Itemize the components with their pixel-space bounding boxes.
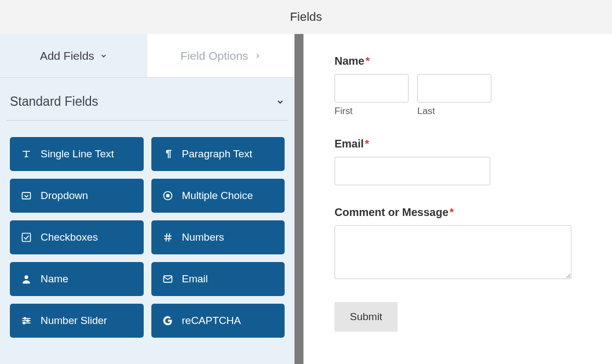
tab-add-fields[interactable]: Add Fields: [0, 34, 148, 77]
user-icon: [21, 274, 32, 285]
page-header: Fields: [0, 0, 612, 34]
svg-line-7: [168, 234, 169, 242]
name-inputs: First Last: [335, 74, 581, 117]
chevron-down-icon: [100, 52, 107, 60]
google-icon: [162, 315, 173, 326]
submit-button[interactable]: Submit: [335, 302, 398, 332]
svg-point-15: [23, 322, 25, 324]
first-name-column: First: [335, 74, 409, 117]
field-label: Number Slider: [41, 315, 107, 327]
email-label: Email*: [335, 138, 581, 150]
sliders-icon: [21, 315, 32, 326]
field-dropdown[interactable]: Dropdown: [10, 179, 144, 213]
first-sublabel: First: [335, 106, 409, 117]
label-text: Comment or Message: [335, 206, 449, 218]
main-container: Add Fields Field Options Standard Fields…: [0, 34, 612, 364]
first-name-input[interactable]: [335, 74, 409, 103]
svg-rect-0: [22, 192, 31, 199]
tab-label: Field Options: [180, 49, 248, 62]
field-recaptcha[interactable]: reCAPTCHA: [151, 304, 285, 338]
field-grid: Single Line Text Paragraph Text Dropdown…: [7, 137, 288, 338]
envelope-icon: [162, 274, 173, 285]
field-multiple-choice[interactable]: Multiple Choice: [151, 179, 285, 213]
field-label: Multiple Choice: [182, 190, 253, 202]
field-label: Email: [182, 273, 208, 285]
page-title: Fields: [290, 10, 322, 24]
section-title: Standard Fields: [10, 94, 98, 109]
svg-line-6: [166, 234, 167, 242]
section-header[interactable]: Standard Fields: [7, 94, 288, 121]
message-label: Comment or Message*: [335, 206, 581, 219]
last-name-column: Last: [417, 74, 491, 117]
svg-point-11: [24, 317, 26, 319]
svg-point-8: [25, 275, 29, 279]
label-text: Name: [335, 55, 364, 67]
form-preview: Name* First Last Email*: [303, 34, 612, 364]
chevron-right-icon: [254, 52, 262, 60]
tabs-bar: Add Fields Field Options: [0, 34, 294, 78]
paragraph-icon: [162, 149, 173, 160]
email-input[interactable]: [335, 157, 490, 185]
submit-label: Submit: [350, 311, 382, 322]
required-mark: *: [365, 138, 369, 150]
dropdown-icon: [21, 190, 32, 201]
name-label: Name*: [335, 55, 581, 67]
field-number-slider[interactable]: Number Slider: [10, 304, 144, 338]
standard-fields-section: Standard Fields Single Line Text Paragra…: [0, 78, 294, 338]
svg-point-13: [27, 320, 29, 321]
text-icon: [21, 149, 32, 160]
form-field-message[interactable]: Comment or Message*: [335, 206, 581, 281]
required-mark: *: [450, 206, 454, 218]
form-field-name[interactable]: Name* First Last: [335, 55, 581, 117]
field-label: Dropdown: [41, 190, 88, 202]
hash-icon: [162, 232, 173, 243]
field-label: reCAPTCHA: [182, 315, 241, 327]
message-textarea[interactable]: [335, 225, 571, 279]
field-email[interactable]: Email: [151, 262, 285, 296]
field-label: Checkboxes: [41, 231, 98, 243]
form-field-email[interactable]: Email*: [335, 138, 581, 185]
field-numbers[interactable]: Numbers: [151, 220, 285, 254]
tab-field-options[interactable]: Field Options: [148, 34, 295, 77]
field-label: Name: [41, 273, 69, 285]
preview-wrap: Name* First Last Email*: [294, 34, 612, 364]
chevron-down-icon: [276, 98, 285, 106]
left-panel: Add Fields Field Options Standard Fields…: [0, 34, 294, 364]
field-label: Numbers: [182, 231, 224, 243]
field-label: Single Line Text: [41, 148, 114, 160]
svg-rect-3: [22, 234, 31, 242]
label-text: Email: [335, 138, 364, 150]
checkbox-icon: [21, 232, 32, 243]
field-name[interactable]: Name: [10, 262, 144, 296]
field-paragraph-text[interactable]: Paragraph Text: [151, 137, 285, 171]
radio-icon: [162, 190, 173, 201]
svg-point-2: [166, 195, 169, 197]
last-sublabel: Last: [417, 106, 491, 117]
field-single-line-text[interactable]: Single Line Text: [10, 137, 144, 171]
field-checkboxes[interactable]: Checkboxes: [10, 220, 144, 254]
required-mark: *: [365, 55, 370, 67]
last-name-input[interactable]: [417, 74, 491, 103]
field-label: Paragraph Text: [182, 148, 253, 160]
tab-label: Add Fields: [40, 49, 94, 62]
